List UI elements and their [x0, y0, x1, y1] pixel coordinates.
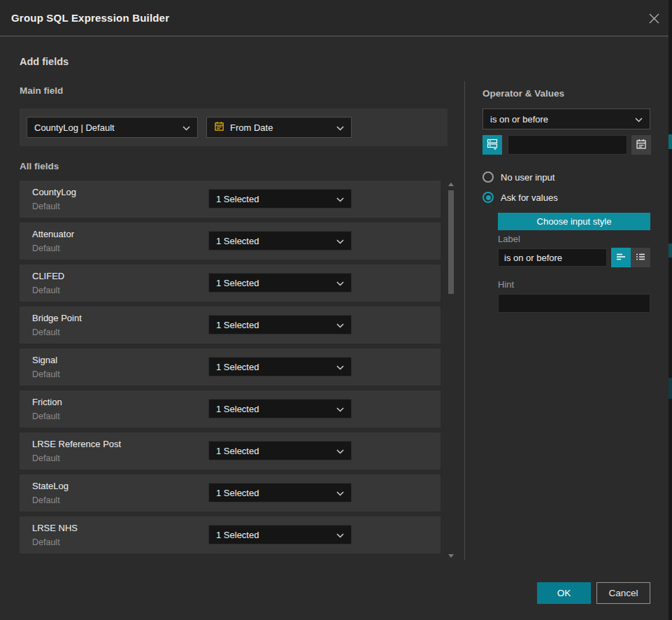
radio-no-user-input-label: No user input	[501, 172, 555, 183]
field-row: Friction Default 1 Selected	[20, 390, 441, 428]
field-selected-value: 1 Selected	[216, 236, 259, 246]
chevron-down-icon	[336, 488, 344, 498]
chevron-down-icon	[336, 278, 344, 288]
edge-fragment	[669, 134, 672, 149]
field-row: Attenuator Default 1 Selected	[20, 223, 441, 260]
field-name: LRSE Reference Post	[32, 439, 121, 449]
radio-circle-checked[interactable]	[482, 192, 494, 203]
field-name: Attenuator	[32, 229, 74, 239]
ok-button[interactable]: OK	[537, 582, 591, 604]
scroll-up-icon[interactable]	[448, 183, 454, 186]
field-row: LRSE Reference Post Default 1 Selected	[20, 432, 441, 470]
scrollbar-thumb[interactable]	[448, 190, 454, 294]
field-name: Signal	[32, 355, 57, 365]
main-field-source-value: CountyLog | Default	[34, 122, 115, 133]
calendar-icon	[636, 139, 647, 152]
field-selected-value: 1 Selected	[216, 488, 259, 498]
chevron-down-icon	[183, 122, 190, 133]
field-subtitle: Default	[32, 453, 60, 463]
edge-fragment	[669, 378, 672, 399]
fields-scrollbar[interactable]	[447, 181, 455, 560]
field-selected-value: 1 Selected	[216, 446, 259, 456]
operator-value: is on or before	[490, 114, 548, 125]
main-field-field-select[interactable]: From Date	[206, 117, 352, 138]
chevron-down-icon	[336, 530, 344, 540]
field-selected-value: 1 Selected	[216, 278, 259, 288]
chevron-down-icon	[635, 114, 643, 125]
group-sql-expression-builder-dialog: Group SQL Expression Builder Add fields …	[0, 0, 672, 620]
field-name: LRSE NHS	[32, 523, 78, 533]
main-field-field-value: From Date	[230, 122, 273, 133]
field-name: CountyLog	[32, 187, 76, 197]
field-selected-value: 1 Selected	[216, 362, 259, 372]
field-subtitle: Default	[32, 327, 60, 337]
field-name: Friction	[32, 397, 62, 407]
chevron-down-icon	[336, 236, 344, 246]
cancel-button[interactable]: Cancel	[596, 582, 650, 604]
value-type-button[interactable]	[482, 135, 502, 155]
field-subtitle: Default	[32, 369, 60, 379]
field-selected-dropdown[interactable]: 1 Selected	[208, 273, 352, 293]
field-selected-dropdown[interactable]: 1 Selected	[208, 189, 352, 209]
main-field-panel: CountyLog | Default From Date	[20, 108, 448, 146]
field-selected-dropdown[interactable]: 1 Selected	[208, 441, 352, 460]
field-subtitle: Default	[32, 495, 60, 505]
field-name: StateLog	[32, 481, 69, 491]
field-selected-value: 1 Selected	[216, 320, 259, 330]
field-subtitle: Default	[32, 286, 60, 295]
field-row: CLIFED Default 1 Selected	[20, 265, 441, 302]
label-input[interactable]	[498, 248, 607, 267]
field-selected-value: 1 Selected	[216, 404, 259, 414]
main-field-label: Main field	[20, 85, 63, 96]
field-selected-dropdown[interactable]: 1 Selected	[208, 525, 352, 544]
edge-fragment	[669, 244, 672, 258]
field-selected-dropdown[interactable]: 1 Selected	[208, 483, 352, 502]
list-input-style-button[interactable]	[631, 248, 650, 267]
choose-input-style-button[interactable]: Choose input style	[498, 213, 650, 230]
hint-input[interactable]	[498, 294, 650, 313]
field-row: LRSE NHS Default 1 Selected	[20, 516, 441, 554]
field-name: Bridge Point	[32, 313, 82, 323]
field-name: CLIFED	[32, 271, 64, 281]
calendar-icon	[214, 121, 224, 134]
dialog-titlebar: Group SQL Expression Builder	[0, 0, 672, 36]
field-selected-value: 1 Selected	[216, 194, 259, 204]
operator-select[interactable]: is on or before	[482, 108, 650, 129]
chevron-down-icon	[336, 194, 344, 204]
panel-divider	[464, 81, 465, 560]
field-row: Bridge Point Default 1 Selected	[20, 307, 441, 344]
all-fields-list: CountyLog Default 1 Selected Attenuator …	[20, 181, 441, 558]
field-selected-dropdown[interactable]: 1 Selected	[208, 399, 352, 418]
field-subtitle: Default	[32, 202, 60, 211]
add-fields-heading: Add fields	[20, 56, 69, 67]
chevron-down-icon	[336, 362, 344, 372]
radio-ask-for-values-label: Ask for values	[501, 192, 558, 203]
value-calendar-button[interactable]	[631, 135, 651, 155]
field-selected-value: 1 Selected	[216, 530, 259, 540]
page-edge-strip	[669, 0, 672, 620]
field-row: Signal Default 1 Selected	[20, 348, 441, 386]
list-input-icon	[635, 251, 646, 265]
field-row: StateLog Default 1 Selected	[20, 474, 441, 512]
field-row: CountyLog Default 1 Selected	[20, 181, 441, 218]
value-input[interactable]	[508, 135, 627, 155]
close-icon[interactable]	[645, 10, 662, 27]
chevron-down-icon	[336, 122, 344, 133]
field-subtitle: Default	[32, 411, 60, 421]
chevron-down-icon	[336, 446, 344, 456]
field-selected-dropdown[interactable]: 1 Selected	[208, 231, 352, 251]
radio-ask-for-values[interactable]: Ask for values	[482, 192, 558, 203]
hint-field-label: Hint	[498, 279, 514, 290]
chevron-down-icon	[336, 320, 344, 330]
radio-circle[interactable]	[482, 171, 494, 183]
single-line-input-icon	[615, 251, 627, 265]
field-selected-dropdown[interactable]: 1 Selected	[208, 357, 352, 376]
main-field-source-select[interactable]: CountyLog | Default	[27, 117, 198, 138]
stacked-values-icon	[487, 138, 498, 152]
label-field-label: Label	[498, 234, 520, 244]
field-selected-dropdown[interactable]: 1 Selected	[208, 315, 352, 334]
single-line-input-style-button[interactable]	[611, 248, 631, 267]
radio-no-user-input[interactable]: No user input	[482, 171, 555, 183]
scroll-down-icon[interactable]	[448, 554, 454, 558]
dialog-title: Group SQL Expression Builder	[11, 12, 169, 24]
